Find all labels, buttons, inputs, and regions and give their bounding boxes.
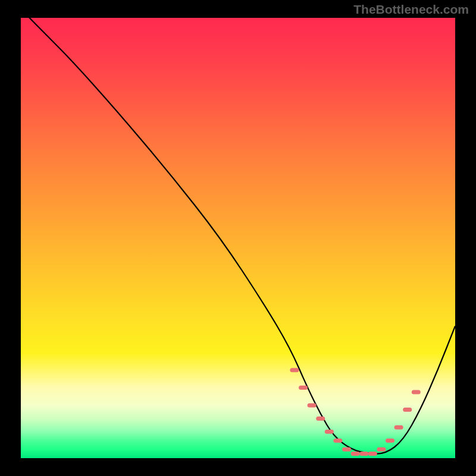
chart-plot-area	[21, 18, 455, 458]
chart-curve	[21, 18, 455, 458]
watermark-text: TheBottleneck.com	[353, 2, 469, 17]
